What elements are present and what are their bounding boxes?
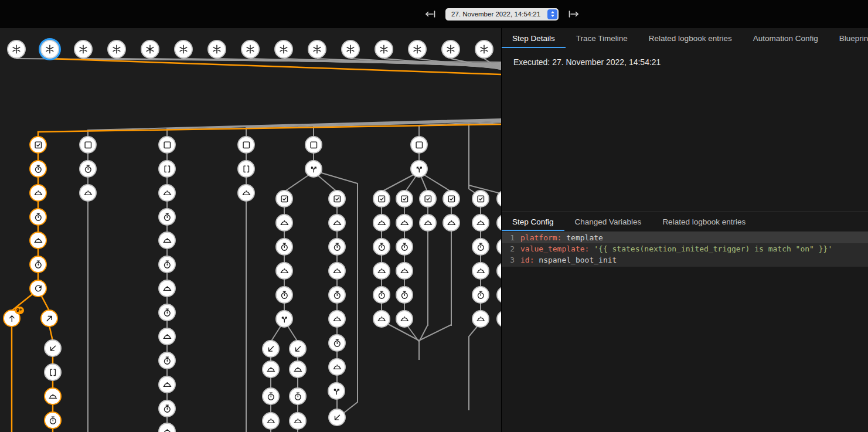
checkbox-marked-node[interactable]: [496, 190, 501, 208]
service-call-node[interactable]: [396, 310, 413, 328]
asterisk-node[interactable]: [241, 40, 260, 59]
service-call-node[interactable]: [472, 214, 489, 232]
timer-node[interactable]: [396, 286, 413, 304]
timer-node[interactable]: [275, 286, 293, 304]
service-call-node[interactable]: [158, 423, 176, 432]
service-call-node[interactable]: [158, 280, 176, 297]
service-call-node[interactable]: [328, 310, 346, 328]
checkbox-marked-node[interactable]: [419, 190, 437, 208]
checkbox-marked-node[interactable]: [29, 136, 47, 154]
arrow-bottom-left-node[interactable]: [289, 340, 307, 358]
timer-node[interactable]: [373, 286, 390, 304]
code-brackets-node[interactable]: [158, 160, 176, 178]
call-split-node[interactable]: [410, 160, 428, 178]
checkbox-blank-node[interactable]: [79, 136, 97, 154]
timer-node[interactable]: [29, 160, 47, 178]
service-call-node[interactable]: [275, 214, 293, 232]
service-call-node[interactable]: [328, 214, 346, 232]
arrow-bottom-left-node[interactable]: [44, 339, 62, 357]
service-call-node[interactable]: [289, 360, 307, 378]
refresh-node[interactable]: [29, 280, 47, 297]
timer-node[interactable]: [496, 238, 501, 256]
subtab-related-logbook-entries[interactable]: Related logbook entries: [652, 212, 756, 231]
checkbox-blank-node[interactable]: [410, 136, 428, 154]
asterisk-node[interactable]: [375, 40, 393, 59]
checkbox-marked-node[interactable]: [275, 190, 293, 208]
service-call-node[interactable]: [496, 310, 501, 328]
service-call-node[interactable]: [442, 214, 460, 232]
next-trace-button[interactable]: [566, 7, 582, 21]
asterisk-node[interactable]: [308, 40, 326, 59]
timer-node[interactable]: [262, 387, 280, 405]
timer-node[interactable]: [29, 208, 47, 226]
service-call-node[interactable]: [472, 262, 489, 280]
timer-node[interactable]: [158, 208, 176, 226]
checkbox-marked-node[interactable]: [328, 190, 346, 208]
asterisk-node[interactable]: [40, 40, 59, 59]
service-call-node[interactable]: [237, 184, 255, 202]
service-call-node[interactable]: [29, 184, 47, 202]
service-call-node[interactable]: [158, 376, 176, 393]
service-call-node[interactable]: [289, 412, 307, 430]
service-call-node[interactable]: [158, 328, 176, 345]
checkbox-blank-node[interactable]: [158, 136, 176, 154]
service-call-node[interactable]: [373, 310, 390, 328]
tab-step-details[interactable]: Step Details: [502, 28, 566, 48]
arrow-bottom-left-node[interactable]: [262, 340, 280, 358]
asterisk-node[interactable]: [74, 40, 93, 59]
asterisk-node[interactable]: [341, 40, 360, 59]
timer-node[interactable]: [328, 286, 346, 304]
asterisk-node[interactable]: [107, 40, 126, 59]
timer-node[interactable]: [79, 160, 97, 178]
timer-node[interactable]: [328, 238, 346, 256]
timer-node[interactable]: [275, 238, 293, 256]
timer-node[interactable]: [472, 238, 489, 256]
service-call-node[interactable]: [373, 262, 390, 280]
service-call-node[interactable]: [396, 262, 413, 280]
arrow-up-node[interactable]: 9+: [3, 309, 21, 327]
asterisk-node[interactable]: [408, 40, 427, 59]
checkbox-marked-node[interactable]: [442, 190, 460, 208]
checkbox-marked-node[interactable]: [396, 190, 413, 208]
arrow-top-right-node[interactable]: [40, 309, 58, 327]
asterisk-node[interactable]: [207, 40, 226, 59]
tab-automation-config[interactable]: Automation Config: [743, 28, 829, 48]
timer-node[interactable]: [158, 400, 176, 417]
service-call-node[interactable]: [496, 214, 501, 232]
arrow-bottom-left-node[interactable]: [328, 409, 346, 426]
code-brackets-node[interactable]: [44, 363, 62, 381]
service-call-node[interactable]: [419, 214, 437, 232]
checkbox-marked-node[interactable]: [373, 190, 390, 208]
call-split-node[interactable]: [305, 160, 322, 178]
checkbox-blank-node[interactable]: [237, 136, 255, 154]
service-call-node[interactable]: [373, 214, 390, 232]
asterisk-node[interactable]: [274, 40, 293, 59]
timer-node[interactable]: [289, 387, 307, 405]
timer-node[interactable]: [472, 286, 489, 304]
service-call-node[interactable]: [79, 184, 97, 202]
timer-node[interactable]: [44, 411, 62, 429]
timer-node[interactable]: [373, 238, 390, 256]
service-call-node[interactable]: [29, 232, 47, 249]
tab-blueprint-config[interactable]: Blueprint Config: [829, 28, 868, 48]
asterisk-node[interactable]: [174, 40, 193, 59]
service-call-node[interactable]: [44, 387, 62, 405]
call-split-node[interactable]: [328, 382, 345, 400]
timer-node[interactable]: [496, 286, 501, 304]
call-split-node[interactable]: [275, 310, 293, 328]
service-call-node[interactable]: [262, 360, 280, 378]
service-call-node[interactable]: [328, 262, 346, 280]
asterisk-node[interactable]: [475, 40, 493, 59]
timer-node[interactable]: [158, 256, 176, 273]
service-call-node[interactable]: [262, 412, 280, 430]
checkbox-blank-node[interactable]: [305, 136, 322, 154]
asterisk-node[interactable]: [441, 40, 460, 59]
checkbox-marked-node[interactable]: [472, 190, 489, 208]
trace-picker-select[interactable]: 27. November 2022, 14:54:21: [445, 8, 559, 21]
subtab-changed-variables[interactable]: Changed Variables: [564, 212, 652, 231]
timer-node[interactable]: [328, 334, 346, 352]
asterisk-node[interactable]: [141, 40, 159, 59]
service-call-node[interactable]: [158, 184, 176, 202]
service-call-node[interactable]: [158, 232, 176, 249]
timer-node[interactable]: [29, 256, 47, 273]
